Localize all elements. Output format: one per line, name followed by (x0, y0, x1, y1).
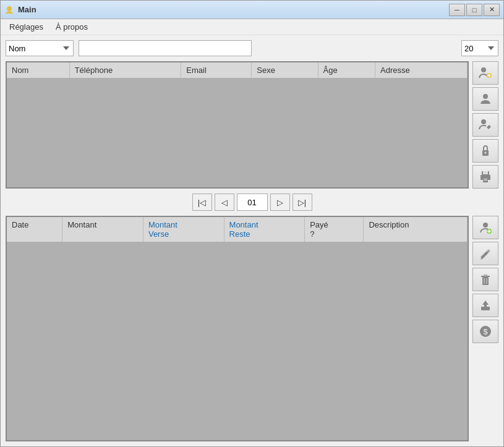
col-telephone: Téléphone (69, 62, 181, 78)
edit-icon (478, 246, 493, 261)
svg-rect-12 (484, 179, 487, 179)
col-paye: Payé? (305, 217, 364, 242)
user-add-icon (478, 66, 493, 80)
main-content: Nom Téléphone Email Sexe Âge Adresse 20 … (1, 35, 503, 446)
col-description: Description (364, 217, 468, 242)
top-table-wrapper: Nom Téléphone Email Sexe Âge Adresse (6, 61, 469, 189)
next-page-button[interactable]: ▷ (270, 194, 290, 211)
col-adresse: Adresse (375, 62, 468, 78)
window-icon (4, 5, 14, 15)
lock-button[interactable] (472, 139, 498, 163)
search-bar: Nom Téléphone Email Sexe Âge Adresse 20 … (6, 40, 498, 56)
svg-rect-13 (484, 180, 487, 181)
svg-rect-19 (482, 277, 489, 285)
menu-item-apropos[interactable]: À propos (49, 20, 94, 33)
prev-page-button[interactable]: ◁ (215, 194, 234, 211)
delete-payment-button[interactable] (472, 268, 498, 291)
menu-bar: Réglages À propos (1, 19, 503, 35)
col-montant-reste: MontantReste (224, 217, 305, 242)
main-window: Main ─ □ ✕ Réglages À propos Nom Télépho… (0, 0, 504, 447)
add-payment-icon (478, 220, 493, 235)
svg-point-14 (483, 223, 488, 228)
menu-item-reglages[interactable]: Réglages (3, 20, 49, 33)
svg-point-5 (483, 94, 488, 99)
lock-icon (478, 143, 493, 158)
current-page: 01 (247, 198, 256, 207)
money-icon: $ (478, 324, 493, 339)
maximize-button[interactable]: □ (466, 4, 482, 16)
col-montant-verse: MontantVerse (143, 217, 224, 242)
edit-user-button[interactable] (472, 113, 498, 137)
bottom-table-header-row: Date Montant MontantVerse MontantReste P… (7, 217, 468, 242)
close-button[interactable]: ✕ (484, 4, 500, 16)
add-user-button[interactable] (472, 61, 498, 85)
svg-point-6 (481, 119, 486, 124)
svg-marker-25 (482, 300, 489, 307)
svg-text:$: $ (483, 327, 488, 336)
delete-icon (478, 272, 493, 287)
print-button[interactable] (472, 165, 498, 189)
last-page-button[interactable]: ▷| (293, 194, 312, 211)
first-page-button[interactable]: |◁ (192, 194, 212, 211)
upload-button[interactable] (472, 294, 498, 317)
svg-rect-21 (484, 275, 487, 276)
upload-icon (478, 298, 493, 313)
print-icon (478, 169, 493, 184)
top-side-buttons (472, 61, 498, 189)
col-age: Âge (318, 62, 375, 78)
bottom-table: Date Montant MontantVerse MontantReste P… (7, 217, 468, 242)
user-edit-icon (478, 117, 493, 132)
edit-payment-button[interactable] (472, 242, 498, 265)
window-title: Main (18, 5, 36, 14)
col-montant: Montant (62, 217, 143, 242)
col-date: Date (7, 217, 62, 242)
svg-point-1 (481, 67, 486, 72)
svg-point-0 (7, 6, 12, 11)
add-payment-button[interactable] (472, 216, 498, 239)
search-field-select[interactable]: Nom Téléphone Email Sexe Âge Adresse (6, 40, 74, 56)
pagination: |◁ ◁ 01 ▷ ▷| (6, 194, 498, 211)
top-table-header-row: Nom Téléphone Email Sexe Âge Adresse (7, 62, 468, 78)
user-icon (478, 92, 493, 106)
page-size-select[interactable]: 20 50 100 (461, 40, 498, 56)
minimize-button[interactable]: ─ (449, 4, 465, 16)
bottom-section: Date Montant MontantVerse MontantReste P… (6, 216, 498, 441)
svg-rect-11 (483, 171, 488, 174)
bottom-side-buttons: $ (472, 216, 498, 441)
view-user-button[interactable] (472, 87, 498, 111)
title-bar-controls: ─ □ ✕ (449, 4, 500, 16)
svg-point-9 (485, 152, 487, 154)
title-bar: Main ─ □ ✕ (1, 1, 503, 19)
money-button[interactable]: $ (472, 320, 498, 343)
col-nom: Nom (7, 62, 69, 78)
top-section: Nom Téléphone Email Sexe Âge Adresse (6, 61, 498, 189)
page-display: 01 (237, 194, 268, 211)
title-bar-left: Main (4, 5, 36, 15)
bottom-table-wrapper: Date Montant MontantVerse MontantReste P… (6, 216, 469, 441)
top-table: Nom Téléphone Email Sexe Âge Adresse (7, 62, 468, 78)
search-input[interactable] (79, 40, 252, 56)
col-sexe: Sexe (252, 62, 318, 78)
col-email: Email (181, 62, 252, 78)
